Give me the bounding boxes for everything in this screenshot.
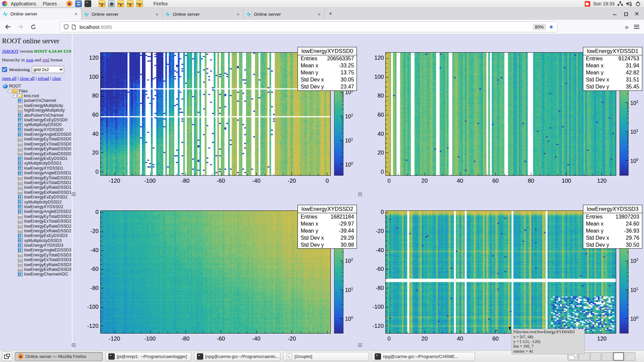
menu-applications[interactable]: Applications <box>7 0 40 7</box>
tree-item-files[interactable]: Files <box>2 88 71 93</box>
heatmap-canvas[interactable] <box>101 53 330 175</box>
midas-icon[interactable]: Midas <box>99 0 105 7</box>
url-text[interactable]: localhost:8085 <box>79 24 533 30</box>
tree-item-root[interactable]: ROOT <box>2 84 71 88</box>
pad-resize-handle[interactable] <box>72 343 75 347</box>
tree-item-lowEnergyExEyDSSD2[interactable]: lowEnergyExEyDSSD2 <box>2 195 71 199</box>
file-manager-launcher-icon[interactable] <box>75 0 82 7</box>
tray-app-icon[interactable] <box>585 1 590 7</box>
tree-item-lowEnergyEyTotalDSSD1[interactable]: lowEnergyEyTotalDSSD1 <box>2 175 71 180</box>
sidebar-link-close-all[interactable]: close all <box>20 76 35 81</box>
workspace-cell-4[interactable] <box>602 352 612 361</box>
tree-item-lowEnergyXYDSSD0[interactable]: lowEnergyXYDSSD0 <box>2 127 71 132</box>
stats-box[interactable]: lowEnergyXYDSSD3Entries13807203Mean x24.… <box>583 205 642 249</box>
overflow-menu-icon[interactable]: » <box>625 23 628 31</box>
tree-item-highEnergyMultiplicity[interactable]: highEnergyMultiplicity <box>2 108 71 113</box>
tree-item-xyMultiplicityDSSD0[interactable]: xyMultiplicityDSSD0 <box>2 122 71 127</box>
tree-item-absPulserVsChannel[interactable]: absPulserVsChannel <box>2 113 71 117</box>
tree-item-lowEnergyAngleEDSSD0[interactable]: lowEnergyAngleEDSSD0 <box>2 132 71 137</box>
screenshot-camera-icon[interactable] <box>108 0 115 7</box>
forward-button[interactable] <box>15 22 25 32</box>
tree-item-lowEnergyExEyDSSD3[interactable]: lowEnergyExEyDSSD3 <box>2 233 71 238</box>
tab-close-icon[interactable]: × <box>317 12 322 17</box>
tree-item-lowEnergyExTotalDSSD2[interactable]: lowEnergyExTotalDSSD2 <box>2 219 71 224</box>
tree-item-lowEnergyMultiplicity[interactable]: lowEnergyMultiplicity <box>2 103 71 108</box>
tree-item-xyMultiplicityDSSD2[interactable]: xyMultiplicityDSSD2 <box>2 199 71 204</box>
distro-logo-icon[interactable] <box>2 1 7 6</box>
tree-item-lowEnergyExEyDSSD1[interactable]: lowEnergyExEyDSSD1 <box>2 156 71 161</box>
plot-frame[interactable] <box>100 52 331 176</box>
taskbar-item[interactable]: [npg@carme-gsi:~/Programs/caenlo... <box>194 352 280 361</box>
tree-item-xyMultiplicityDSSD1[interactable]: xyMultiplicityDSSD1 <box>2 161 71 166</box>
tree-item-lowEnergyEyTotalDSSD3[interactable]: lowEnergyEyTotalDSSD3 <box>2 253 71 257</box>
tree-item-lowEnergyEyRateDSSD1[interactable]: lowEnergyEyRateDSSD1 <box>2 185 71 190</box>
tree-item-lowEnergyChannelADC[interactable]: lowEnergyChannelADC <box>2 272 71 277</box>
tree-item-lowEnergyExTotalDSSD1[interactable]: lowEnergyExTotalDSSD1 <box>2 180 71 185</box>
url-bar[interactable]: localhost:8085 80% ★ <box>60 21 557 32</box>
hamburger-menu-icon[interactable] <box>634 25 639 29</box>
tree-item-lowEnergyExRateDSSD0[interactable]: lowEnergyExRateDSSD0 <box>2 151 71 156</box>
new-tab-button[interactable]: + <box>325 10 336 17</box>
midas-icon[interactable]: Midas <box>127 0 133 7</box>
show-desktop-icon[interactable] <box>2 352 12 361</box>
clock[interactable]: Sun 19:33 <box>593 1 614 6</box>
tree-item-lowEnergyEyTotalDSSD2[interactable]: lowEnergyEyTotalDSSD2 <box>2 214 71 219</box>
tree-item-lowEnergyEyRateDSSD3[interactable]: lowEnergyEyRateDSSD3 <box>2 262 71 267</box>
tree-item-lowEnergyAngleEDSSD1[interactable]: lowEnergyAngleEDSSD1 <box>2 171 71 175</box>
tree-item-lowEnergyEyRateDSSD0[interactable]: lowEnergyEyRateDSSD0 <box>2 146 71 151</box>
sidebar-link-reload[interactable]: reload <box>38 76 49 81</box>
taskbar-item[interactable]: npg@carme-gsi:~/Programs/CARME... <box>372 352 475 361</box>
stats-box[interactable]: lowEnergyXYDSSD1Entries9124753Mean x31.9… <box>583 47 642 91</box>
tab-close-icon[interactable]: × <box>236 12 240 17</box>
reload-button[interactable] <box>28 22 38 32</box>
tree-item-lowEnergyExTotalDSSD3[interactable]: lowEnergyExTotalDSSD3 <box>2 257 71 262</box>
tree-item-lowEnergyAngleEDSSD3[interactable]: lowEnergyAngleEDSSD3 <box>2 248 71 252</box>
taskbar-item[interactable]: Online server — Mozilla Firefox <box>15 352 103 361</box>
bookmark-star-icon[interactable]: ★ <box>549 23 554 31</box>
heatmap-canvas[interactable] <box>386 211 615 334</box>
heatmap-canvas[interactable] <box>101 211 330 334</box>
tree-item-lowEnergyExRateDSSD3[interactable]: lowEnergyExRateDSSD3 <box>2 267 71 272</box>
json-link[interactable]: json <box>26 57 34 62</box>
zoom-level-badge[interactable]: 80% <box>533 24 546 30</box>
tab-online-server[interactable]: Online server× <box>81 9 162 20</box>
tab-online-server[interactable]: Online server× <box>162 9 244 20</box>
stats-box[interactable]: lowEnergyXYDSSD0Entries206563357Mean x-3… <box>298 47 357 91</box>
tree-item-lowEnergyExTotalDSSD0[interactable]: lowEnergyExTotalDSSD0 <box>2 142 71 146</box>
restore-button[interactable] <box>624 12 628 16</box>
tree-item-lowEnergyXYDSSD1[interactable]: lowEnergyXYDSSD1 <box>2 166 71 171</box>
collapse-expander-icon[interactable] <box>13 94 16 98</box>
monitoring-checkbox[interactable] <box>2 67 7 72</box>
taskbar-item[interactable]: [Gnuplot] <box>283 352 369 361</box>
tab-online-server[interactable]: Online server× <box>0 8 81 20</box>
minimize-button[interactable] <box>613 12 616 16</box>
shield-icon[interactable] <box>64 24 68 29</box>
tree-item-lowEnergyXYDSSD2[interactable]: lowEnergyXYDSSD2 <box>2 204 71 209</box>
heatmap-canvas[interactable] <box>386 53 615 175</box>
tree-item-lowEnergyEyTotalDSSD0[interactable]: lowEnergyEyTotalDSSD0 <box>2 137 71 141</box>
workspace-cell-6[interactable] <box>625 352 635 361</box>
sidebar-link-open-all[interactable]: open all <box>2 76 16 81</box>
tree-item-xyMultiplicityDSSD3[interactable]: xyMultiplicityDSSD3 <box>2 238 71 243</box>
plot-frame[interactable] <box>385 52 616 176</box>
layout-select[interactable]: grid 2x2 <box>32 66 64 73</box>
pad-resize-handle[interactable] <box>72 192 75 196</box>
tab-close-icon[interactable]: × <box>155 12 159 17</box>
xml-link[interactable]: xml <box>42 57 49 62</box>
midas-icon[interactable]: Midas <box>136 0 143 7</box>
volume-muted-icon[interactable] <box>626 1 633 6</box>
midas-icon[interactable]: Midas <box>117 0 124 7</box>
workspace-cell-3[interactable] <box>590 352 601 361</box>
sidebar-link-clear[interactable]: clear <box>52 76 61 81</box>
taskbar-item[interactable]: [pi@nnrpi1: ~/Programs/caenlogger] <box>105 352 191 361</box>
workspace-cell-5[interactable] <box>613 352 624 361</box>
firefox-launcher-icon[interactable] <box>66 1 72 7</box>
menu-places[interactable]: Places <box>40 0 60 7</box>
power-icon[interactable] <box>635 1 641 6</box>
back-button[interactable] <box>3 22 13 32</box>
stats-box[interactable]: lowEnergyXYDSSD2Entries16821184Mean x-29… <box>298 205 357 249</box>
collapse-expander-icon[interactable] <box>8 89 11 93</box>
tree-item-lowEnergyEyRateDSSD2[interactable]: lowEnergyEyRateDSSD2 <box>2 224 71 228</box>
tree-item-lowEnergyExEyDSSD0[interactable]: lowEnergyExEyDSSD0 <box>2 118 71 122</box>
pad-resize-handle[interactable] <box>358 343 362 347</box>
